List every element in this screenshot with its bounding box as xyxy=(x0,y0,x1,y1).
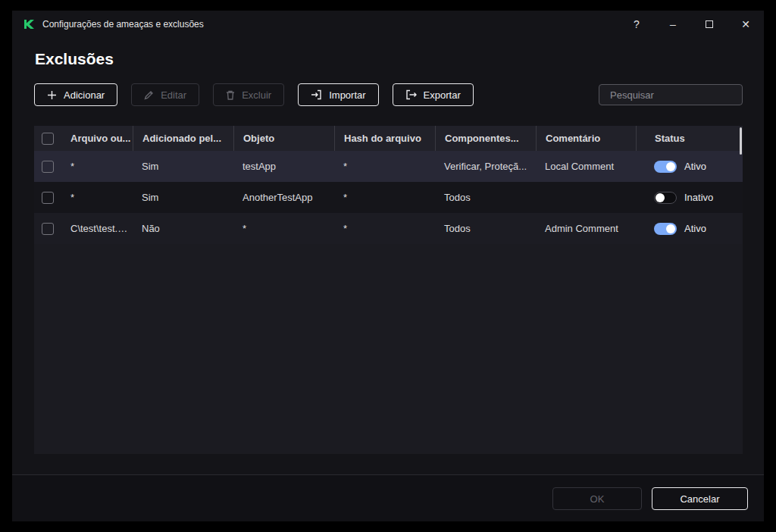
column-header-hash[interactable]: Hash do arquivo xyxy=(334,126,435,151)
cell-object: testApp xyxy=(233,161,334,172)
maximize-button[interactable] xyxy=(691,11,728,38)
page-title: Exclusões xyxy=(35,50,764,68)
cell-added-by: Sim xyxy=(133,161,233,172)
cancel-button[interactable]: Cancelar xyxy=(652,487,748,510)
exclusions-table: Arquivo ou... Adicionado pel... Objeto H… xyxy=(34,126,743,454)
import-icon xyxy=(311,89,322,100)
cell-file: C\test\test.exe xyxy=(61,223,133,234)
cell-object: * xyxy=(233,223,334,234)
cell-status: Ativo xyxy=(636,223,743,235)
column-header-components[interactable]: Componentes... xyxy=(435,126,536,151)
status-label: Inativo xyxy=(684,192,713,203)
kaspersky-logo-icon xyxy=(23,18,35,30)
select-all-cell[interactable] xyxy=(34,126,61,151)
import-button[interactable]: Importar xyxy=(298,83,378,106)
vertical-scrollbar[interactable] xyxy=(740,127,742,155)
search-input[interactable] xyxy=(610,89,743,101)
status-toggle[interactable] xyxy=(654,192,677,204)
app-window: Configurações de ameaças e exclusões ? –… xyxy=(12,11,764,521)
trash-icon xyxy=(226,90,235,100)
pencil-icon xyxy=(144,90,154,100)
cell-hash: * xyxy=(334,223,435,234)
toggle-knob xyxy=(656,193,665,202)
cell-added-by: Não xyxy=(133,223,233,234)
delete-button[interactable]: Excluir xyxy=(213,83,284,106)
status-label: Ativo xyxy=(684,223,706,234)
row-checkbox[interactable] xyxy=(42,192,54,204)
toolbar: Adicionar Editar Excluir Importar Export… xyxy=(34,83,743,106)
export-button[interactable]: Exportar xyxy=(393,83,474,106)
cell-status: Inativo xyxy=(636,192,743,204)
footer: OK Cancelar xyxy=(12,474,764,521)
column-header-status[interactable]: Status xyxy=(636,126,743,151)
cell-file: * xyxy=(61,192,133,203)
add-button-label: Adicionar xyxy=(64,89,105,101)
table-row[interactable]: C\test\test.exe Não * * Todos Admin Comm… xyxy=(34,213,743,244)
toggle-knob xyxy=(666,162,675,171)
column-header-file[interactable]: Arquivo ou... xyxy=(61,126,133,151)
table-empty-area xyxy=(34,244,743,454)
cell-file: * xyxy=(61,161,133,172)
maximize-icon xyxy=(706,20,713,28)
table-row[interactable]: * Sim testApp * Verificar, Proteçã... Lo… xyxy=(34,151,743,182)
row-checkbox[interactable] xyxy=(42,223,54,235)
edit-button[interactable]: Editar xyxy=(131,83,199,106)
row-checkbox[interactable] xyxy=(42,161,54,173)
export-icon xyxy=(405,89,417,100)
delete-button-label: Excluir xyxy=(242,89,271,101)
minimize-button[interactable]: – xyxy=(655,11,691,38)
edit-button-label: Editar xyxy=(161,89,186,101)
export-button-label: Exportar xyxy=(424,89,461,101)
plus-icon xyxy=(47,90,57,100)
cell-added-by: Sim xyxy=(133,192,233,203)
table-header: Arquivo ou... Adicionado pel... Objeto H… xyxy=(34,126,743,151)
add-button[interactable]: Adicionar xyxy=(34,83,117,106)
window-title: Configurações de ameaças e exclusões xyxy=(42,19,204,30)
cell-object: AnotherTestApp xyxy=(233,192,334,203)
cell-comment: Admin Comment xyxy=(536,223,636,234)
column-header-added-by[interactable]: Adicionado pel... xyxy=(133,126,233,151)
status-label: Ativo xyxy=(684,161,706,172)
column-header-comment[interactable]: Comentário xyxy=(536,126,636,151)
cell-comment: Local Comment xyxy=(536,161,636,172)
search-box[interactable] xyxy=(599,84,743,105)
window-controls: ? – ✕ xyxy=(618,11,764,38)
cell-status: Ativo xyxy=(636,161,743,173)
toggle-knob xyxy=(666,224,675,233)
table-row[interactable]: * Sim AnotherTestApp * Todos Inativo xyxy=(34,182,743,213)
import-button-label: Importar xyxy=(329,89,365,101)
cell-hash: * xyxy=(334,161,435,172)
select-all-checkbox[interactable] xyxy=(42,133,54,145)
status-toggle[interactable] xyxy=(654,161,677,173)
status-toggle[interactable] xyxy=(654,223,677,235)
titlebar: Configurações de ameaças e exclusões ? –… xyxy=(12,11,764,38)
close-button[interactable]: ✕ xyxy=(728,11,764,38)
cell-hash: * xyxy=(334,192,435,203)
ok-button[interactable]: OK xyxy=(552,487,642,510)
cell-components: Verificar, Proteçã... xyxy=(435,161,536,172)
column-header-object[interactable]: Objeto xyxy=(233,126,334,151)
cell-components: Todos xyxy=(435,223,536,234)
help-button[interactable]: ? xyxy=(618,11,655,38)
cell-components: Todos xyxy=(435,192,536,203)
